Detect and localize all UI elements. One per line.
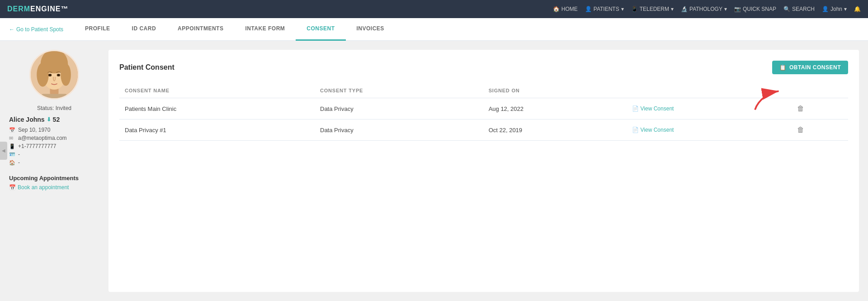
calendar-add-icon: 📅: [9, 184, 16, 191]
section-header: Patient Consent 📋 OBTAIN CONSENT: [119, 61, 848, 74]
top-navigation: DERMENGINE™ 🏠 HOME 👤 PATIENTS ▾ 📱 TELEDE…: [0, 0, 868, 18]
home-patient-icon: 🏠: [9, 160, 15, 166]
nav-notifications[interactable]: 🔔: [854, 6, 861, 12]
nav-search[interactable]: 🔍 SEARCH: [783, 6, 815, 12]
consent-table-header: CONSENT NAME CONSENT TYPE SIGNED ON: [119, 83, 848, 98]
svg-point-6: [42, 56, 66, 73]
calendar-icon: 📅: [9, 127, 15, 133]
field2-row: 🏠 -: [9, 159, 99, 166]
signed-on-cell: Oct 22, 2019: [483, 119, 627, 141]
patient-name: Alice Johns ⬇ 52: [9, 116, 99, 123]
top-nav-right: 🏠 HOME 👤 PATIENTS ▾ 📱 TELEDERM ▾ 🔬 PATHO…: [553, 6, 861, 12]
nav-pathology[interactable]: 🔬 PATHOLOGY ▾: [681, 6, 727, 12]
gender-icon: ⬇: [47, 116, 51, 123]
consent-type-cell: Data Privacy: [315, 119, 483, 141]
col-view: [627, 83, 792, 98]
pathology-icon: 🔬: [681, 6, 688, 12]
phone-row: 📱 +1-7777777777: [9, 143, 99, 149]
document-icon: 📄: [632, 105, 639, 112]
col-signed-on: SIGNED ON: [483, 83, 627, 98]
view-consent-cell: 📄 View Consent: [627, 119, 792, 141]
col-consent-name: CONSENT NAME: [119, 83, 315, 98]
svg-point-10: [58, 74, 60, 76]
back-arrow-icon: ←: [9, 26, 14, 33]
sub-nav-tabs: PROFILE ID CARD APPOINTMENTS INTAKE FORM…: [74, 18, 395, 40]
patients-icon: 👤: [585, 6, 592, 12]
chevron-down-icon: ▾: [724, 6, 727, 12]
back-to-patient-spots[interactable]: ← Go to Patient Spots: [9, 26, 63, 33]
upcoming-appointments-title: Upcoming Appointments: [9, 175, 99, 182]
nav-patients[interactable]: 👤 PATIENTS ▾: [585, 6, 624, 12]
obtain-consent-button[interactable]: 📋 OBTAIN CONSENT: [772, 61, 848, 74]
tab-intake-form[interactable]: INTAKE FORM: [234, 18, 296, 41]
main-content: Status: Invited Alice Johns ⬇ 52 📅 Sep 1…: [0, 41, 868, 301]
col-delete: [792, 83, 848, 98]
table-row: Patients Main Clinic Data Privacy Aug 12…: [119, 98, 848, 119]
signed-on-cell: Aug 12, 2022: [483, 98, 627, 119]
delete-button-1[interactable]: 🗑: [797, 105, 804, 112]
logo-text: DERMENGINE™: [7, 5, 68, 13]
section-title: Patient Consent: [119, 63, 175, 72]
patient-status: Status: Invited: [9, 105, 99, 111]
app-logo[interactable]: DERMENGINE™: [7, 5, 68, 13]
patient-info: 📅 Sep 10, 1970 ✉ a@metaoptima.com 📱 +1-7…: [9, 127, 99, 166]
avatar: [29, 50, 79, 100]
email-icon: ✉: [9, 135, 15, 141]
svg-point-9: [49, 74, 51, 76]
consent-table: CONSENT NAME CONSENT TYPE SIGNED ON Pati…: [119, 83, 848, 141]
nav-user[interactable]: 👤 John ▾: [822, 6, 847, 12]
nav-home[interactable]: 🏠 HOME: [553, 6, 578, 12]
bell-icon: 🔔: [854, 6, 861, 12]
delete-cell: 🗑: [792, 98, 848, 119]
tab-invoices[interactable]: INVOICES: [346, 18, 395, 41]
email-row: ✉ a@metaoptima.com: [9, 135, 99, 141]
home-icon: 🏠: [553, 6, 560, 12]
sidebar-collapse-arrow[interactable]: ◀: [0, 142, 7, 160]
book-appointment-link[interactable]: 📅 Book an appointment: [9, 184, 99, 191]
chevron-down-icon: ▾: [844, 6, 847, 12]
chevron-down-icon: ▾: [671, 6, 674, 12]
camera-icon: 📷: [734, 6, 741, 12]
table-row: Data Privacy #1 Data Privacy Oct 22, 201…: [119, 119, 848, 141]
dob-row: 📅 Sep 10, 1970: [9, 127, 99, 133]
delete-cell: 🗑: [792, 119, 848, 141]
consent-content-area: Patient Consent 📋 OBTAIN CONSENT CO: [108, 50, 859, 292]
tab-consent[interactable]: CONSENT: [296, 18, 345, 41]
view-consent-link-2[interactable]: 📄 View Consent: [632, 127, 786, 133]
nav-telederm[interactable]: 📱 TELEDERM ▾: [631, 6, 674, 12]
consent-name-cell: Patients Main Clinic: [119, 98, 315, 119]
phone-icon: 📱: [9, 143, 15, 149]
user-icon: 👤: [822, 6, 829, 12]
patient-sidebar: Status: Invited Alice Johns ⬇ 52 📅 Sep 1…: [9, 50, 99, 292]
tab-profile[interactable]: PROFILE: [74, 18, 121, 41]
sub-navigation: ← Go to Patient Spots PROFILE ID CARD AP…: [0, 18, 868, 41]
field1-row: 🪪 -: [9, 151, 99, 158]
nav-quick-snap[interactable]: 📷 QUICK SNAP: [734, 6, 776, 12]
search-icon: 🔍: [783, 6, 790, 12]
upcoming-appointments-section: Upcoming Appointments 📅 Book an appointm…: [9, 175, 99, 191]
delete-button-2[interactable]: 🗑: [797, 126, 804, 134]
view-consent-cell: 📄 View Consent: [627, 98, 792, 119]
consent-name-cell: Data Privacy #1: [119, 119, 315, 141]
tab-appointments[interactable]: APPOINTMENTS: [167, 18, 234, 41]
chevron-down-icon: ▾: [621, 6, 624, 12]
clipboard-icon: 📋: [779, 64, 787, 71]
telederm-icon: 📱: [631, 6, 638, 12]
id-icon: 🪪: [9, 152, 15, 158]
tab-id-card[interactable]: ID CARD: [121, 18, 167, 41]
col-consent-type: CONSENT TYPE: [315, 83, 483, 98]
view-consent-link-1[interactable]: 📄 View Consent: [632, 105, 786, 112]
consent-table-body: Patients Main Clinic Data Privacy Aug 12…: [119, 98, 848, 141]
document-icon: 📄: [632, 127, 639, 133]
svg-rect-11: [42, 94, 67, 98]
consent-type-cell: Data Privacy: [315, 98, 483, 119]
